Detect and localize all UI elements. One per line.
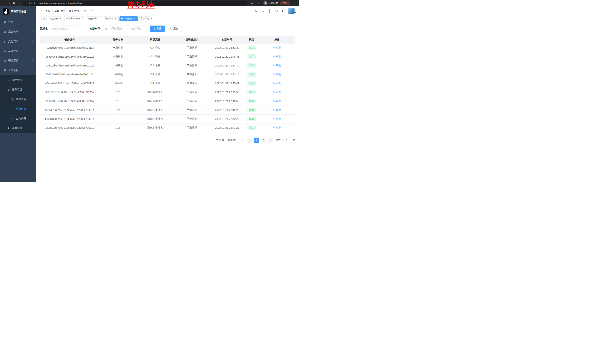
next-page-button[interactable]: › <box>268 138 273 143</box>
tab[interactable]: 我的流程 × <box>103 16 119 21</box>
process-name-input[interactable] <box>50 25 85 32</box>
edit-icon: ✎ <box>273 117 275 120</box>
breadcrumb-workflow[interactable]: 工作流程 <box>54 9 65 13</box>
sidebar-item-home[interactable]: ◉ 首页 <box>0 17 36 27</box>
search-button[interactable]: 搜索 <box>150 25 165 32</box>
cell-task-name: 一级审批 <box>99 43 137 52</box>
prev-page-button[interactable]: ‹ <box>247 138 252 143</box>
tab[interactable]: 发起流程 × <box>48 16 63 21</box>
refresh-icon: ↻ <box>170 27 172 30</box>
sidebar-item-todo-task[interactable]: ⊙ 待办任务 <box>0 104 36 114</box>
approve-link[interactable]: ✎ 审批 <box>273 73 281 76</box>
tab[interactable]: 流程表单-编辑 × <box>64 16 85 21</box>
sidebar-item-task-management[interactable]: ⊟ 任务管理 ▴ <box>0 85 36 94</box>
sidebar-item-infrastructure[interactable]: ▤ 基础设施 ▾ <box>0 46 36 56</box>
chevron-down-icon: ▾ <box>32 40 33 43</box>
cell-create-time: 2022-01-21 22:42:23 <box>210 105 244 114</box>
fullscreen-icon[interactable] <box>274 8 279 14</box>
tab-close-icon[interactable]: × <box>81 17 83 20</box>
approve-link[interactable]: ✎ 审批 <box>273 64 281 67</box>
tab-close-icon[interactable]: × <box>98 17 100 20</box>
browser-home-button[interactable]: ⌂ <box>16 1 21 6</box>
goto-page-input[interactable] <box>282 138 291 143</box>
approve-link[interactable]: ✎ 审批 <box>273 117 281 121</box>
status-badge: 激活 <box>248 117 256 121</box>
end-date-placeholder: 结束日期 <box>128 27 145 30</box>
browser-menu-icon[interactable]: ⋮ <box>292 1 297 6</box>
approve-link[interactable]: ✎ 审批 <box>273 90 281 94</box>
password-key-icon[interactable] <box>249 1 254 6</box>
cell-task-id: 8f0d1619-7ac8-11ec-a9e2-a2380e71991a <box>40 88 99 97</box>
github-icon[interactable] <box>260 8 266 14</box>
sidebar-item-done-task[interactable]: ✓ 已办任务 <box>0 114 36 123</box>
app-logo-row[interactable]: 芋道管理系统 <box>0 6 36 17</box>
bookmark-star-icon[interactable]: ☆ <box>256 1 261 6</box>
approve-link[interactable]: ✎ 审批 <box>273 55 281 58</box>
security-chip[interactable]: ⚠ 不安全 <box>25 2 36 5</box>
approve-link[interactable]: ✎ 审批 <box>273 126 281 129</box>
status-badge: 激活 <box>248 46 256 50</box>
page-button-2[interactable]: 2 <box>261 138 266 143</box>
cell-process: 测试多审批人 <box>137 97 174 105</box>
browser-reload-button[interactable]: ↻ <box>11 1 16 6</box>
help-icon[interactable]: ? <box>267 8 273 14</box>
browser-back-button[interactable]: ← <box>2 1 7 6</box>
date-range-picker[interactable]: ▦ 开始日期 - 结束日期 <box>103 25 147 32</box>
breadcrumb-task-management[interactable]: 任务管理 <box>69 9 79 13</box>
search-icon[interactable] <box>253 8 259 14</box>
infrastructure-icon: ▤ <box>4 49 8 53</box>
sidebar-item-system[interactable]: ⚙ 系统管理 ▾ <box>0 27 36 37</box>
sidebar-item-payment[interactable]: ¥ 支付管理 ▾ <box>0 37 36 46</box>
approve-link[interactable]: ✎ 审批 <box>273 82 281 85</box>
tab[interactable]: 已办任务 × <box>86 16 102 21</box>
tab-close-icon[interactable]: × <box>150 17 153 20</box>
chevron-down-icon: ▾ <box>32 60 33 62</box>
sidebar-toggle-icon[interactable]: ☰ <box>39 9 42 13</box>
tab-close-icon[interactable]: × <box>59 17 62 20</box>
sidebar-item-workflow[interactable]: ⊞ 工作流程 ▴ <box>0 65 36 75</box>
table-header-row: 任务编号 任务名称 所属流程 流程发起人 创建时间 状态 操作 <box>40 36 295 43</box>
tab[interactable]: 待办任务 × <box>119 16 138 21</box>
total-count: 共 16 条 <box>216 138 224 142</box>
sidebar-item-process-management[interactable]: ☰ 流程管理 ▾ <box>0 75 36 85</box>
cell-process: OA 请假 <box>137 52 174 61</box>
cell-create-time: 2022-01-22 20:33:10 <box>210 70 244 79</box>
page-size-select[interactable]: 10条/页 ▾ <box>226 138 245 143</box>
sidebar-item-my-process[interactable]: ◎ 我的流程 <box>0 94 36 104</box>
approve-link[interactable]: ✎ 审批 <box>273 108 281 112</box>
tab-label: 待办任务 <box>124 17 133 20</box>
cell-create-time: 2022-01-21 22:41:29 <box>210 123 244 132</box>
col-create-time: 创建时间 <box>210 36 244 43</box>
browser-forward-button[interactable]: → <box>7 1 11 6</box>
status-badge: 激活 <box>248 54 256 59</box>
user-menu[interactable]: ▾ <box>288 8 296 14</box>
cell-create-time: 2022-01-22 21:37:30 <box>210 61 244 70</box>
cell-task-id: 725a1eb6-7b88-11ec-8ef0-acde48001122 <box>40 61 99 70</box>
breadcrumb-home[interactable]: 首页 <box>45 9 50 13</box>
tab-close-icon[interactable]: × <box>114 17 117 20</box>
tab[interactable]: 流程详情 × <box>139 16 154 21</box>
page-button-1[interactable]: 1 <box>254 138 259 143</box>
cell-starter: 芋道源码 <box>174 61 210 70</box>
cell-starter: 芋道源码 <box>174 52 210 61</box>
sidebar-item-leave-query[interactable]: ♟ 请假查询 <box>0 123 36 133</box>
tab-close-icon[interactable]: × <box>133 17 136 20</box>
table-row: 069c6a63-7b8a-11ec-8ef0-acde48001122 一级审… <box>40 52 295 61</box>
process-list-icon: ☰ <box>8 78 12 82</box>
tab[interactable]: 首页 × <box>39 16 47 21</box>
edit-icon: ✎ <box>273 108 275 112</box>
cell-create-time: 2022-01-22 23:53:32 <box>210 43 244 52</box>
eye-icon: ⊙ <box>11 107 16 111</box>
browser-update-button[interactable]: 更新 <box>280 1 290 5</box>
sidebar-item-devtools[interactable]: ⚒ 研发工具 ▾ <box>0 56 36 65</box>
cell-task-name: 一级审批 <box>99 79 137 88</box>
cell-process: 测试多审批人 <box>137 123 174 132</box>
warning-icon: ⚠ <box>25 2 28 5</box>
reset-button[interactable]: ↻ 重置 <box>167 25 182 32</box>
edit-icon: ✎ <box>273 55 275 58</box>
cell-starter: 芋道源码 <box>174 114 210 123</box>
approve-link[interactable]: ✎ 审批 <box>273 46 281 49</box>
todo-task-table: 任务编号 任务名称 所属流程 流程发起人 创建时间 状态 操作 73211d9d… <box>40 36 295 132</box>
font-size-icon[interactable]: TT <box>280 8 286 14</box>
approve-link[interactable]: ✎ 审批 <box>273 99 281 103</box>
